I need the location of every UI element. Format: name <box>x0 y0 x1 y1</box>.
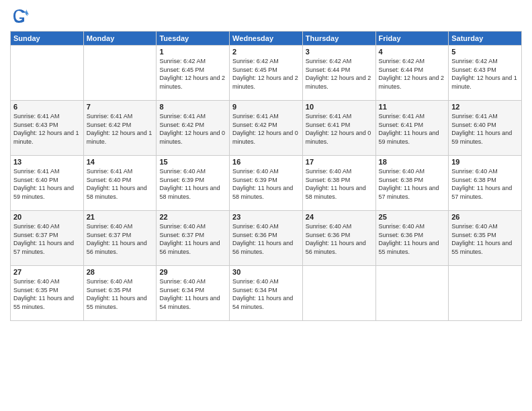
calendar-cell <box>83 46 157 101</box>
weekday-sunday: Sunday <box>11 32 84 46</box>
day-info: Sunrise: 6:41 AM Sunset: 6:40 PM Dayligh… <box>451 112 519 146</box>
calendar-cell: 11Sunrise: 6:41 AM Sunset: 6:41 PM Dayli… <box>375 101 449 156</box>
weekday-wednesday: Wednesday <box>230 32 303 46</box>
calendar-cell: 6Sunrise: 6:41 AM Sunset: 6:43 PM Daylig… <box>11 101 84 156</box>
day-number: 8 <box>159 103 226 111</box>
day-info: Sunrise: 6:42 AM Sunset: 6:44 PM Dayligh… <box>379 57 446 91</box>
day-number: 2 <box>232 48 300 56</box>
week-row-3: 13Sunrise: 6:41 AM Sunset: 6:40 PM Dayli… <box>11 156 522 211</box>
day-number: 6 <box>13 103 81 111</box>
day-number: 14 <box>87 158 154 166</box>
week-row-4: 20Sunrise: 6:40 AM Sunset: 6:37 PM Dayli… <box>11 211 522 266</box>
calendar-cell: 22Sunrise: 6:40 AM Sunset: 6:37 PM Dayli… <box>157 211 230 266</box>
day-info: Sunrise: 6:40 AM Sunset: 6:38 PM Dayligh… <box>451 167 519 201</box>
day-info: Sunrise: 6:40 AM Sunset: 6:35 PM Dayligh… <box>87 277 154 311</box>
calendar-cell: 9Sunrise: 6:41 AM Sunset: 6:42 PM Daylig… <box>230 101 303 156</box>
weekday-tuesday: Tuesday <box>157 32 230 46</box>
calendar-cell: 19Sunrise: 6:40 AM Sunset: 6:38 PM Dayli… <box>449 156 522 211</box>
day-number: 22 <box>159 213 226 221</box>
day-number: 18 <box>379 158 446 166</box>
calendar-cell <box>375 266 449 321</box>
calendar-cell: 2Sunrise: 6:42 AM Sunset: 6:45 PM Daylig… <box>230 46 303 101</box>
day-number: 13 <box>13 158 81 166</box>
day-number: 23 <box>232 213 300 221</box>
day-info: Sunrise: 6:40 AM Sunset: 6:38 PM Dayligh… <box>379 167 446 201</box>
calendar-cell: 23Sunrise: 6:40 AM Sunset: 6:36 PM Dayli… <box>230 211 303 266</box>
calendar-cell: 29Sunrise: 6:40 AM Sunset: 6:34 PM Dayli… <box>157 266 230 321</box>
day-info: Sunrise: 6:41 AM Sunset: 6:40 PM Dayligh… <box>87 167 154 201</box>
day-info: Sunrise: 6:40 AM Sunset: 6:36 PM Dayligh… <box>232 222 300 256</box>
day-number: 9 <box>232 103 300 111</box>
day-number: 20 <box>13 213 81 221</box>
week-row-5: 27Sunrise: 6:40 AM Sunset: 6:35 PM Dayli… <box>11 266 522 321</box>
day-info: Sunrise: 6:40 AM Sunset: 6:37 PM Dayligh… <box>87 222 154 256</box>
day-info: Sunrise: 6:42 AM Sunset: 6:45 PM Dayligh… <box>232 57 300 91</box>
week-row-1: 1Sunrise: 6:42 AM Sunset: 6:45 PM Daylig… <box>11 46 522 101</box>
day-info: Sunrise: 6:42 AM Sunset: 6:43 PM Dayligh… <box>451 57 519 91</box>
calendar-cell: 24Sunrise: 6:40 AM Sunset: 6:36 PM Dayli… <box>302 211 375 266</box>
calendar-cell: 4Sunrise: 6:42 AM Sunset: 6:44 PM Daylig… <box>375 46 449 101</box>
day-number: 24 <box>306 213 373 221</box>
calendar-cell <box>449 266 522 321</box>
day-info: Sunrise: 6:40 AM Sunset: 6:34 PM Dayligh… <box>159 277 226 311</box>
day-info: Sunrise: 6:41 AM Sunset: 6:40 PM Dayligh… <box>13 167 81 201</box>
day-info: Sunrise: 6:40 AM Sunset: 6:38 PM Dayligh… <box>306 167 373 201</box>
calendar-cell: 8Sunrise: 6:41 AM Sunset: 6:42 PM Daylig… <box>157 101 230 156</box>
day-info: Sunrise: 6:40 AM Sunset: 6:39 PM Dayligh… <box>232 167 300 201</box>
weekday-friday: Friday <box>375 32 449 46</box>
day-number: 29 <box>159 268 226 276</box>
calendar-cell: 28Sunrise: 6:40 AM Sunset: 6:35 PM Dayli… <box>83 266 157 321</box>
calendar-cell: 20Sunrise: 6:40 AM Sunset: 6:37 PM Dayli… <box>11 211 84 266</box>
day-info: Sunrise: 6:42 AM Sunset: 6:45 PM Dayligh… <box>159 57 226 91</box>
calendar-cell: 7Sunrise: 6:41 AM Sunset: 6:42 PM Daylig… <box>83 101 157 156</box>
day-info: Sunrise: 6:40 AM Sunset: 6:36 PM Dayligh… <box>379 222 446 256</box>
day-number: 10 <box>306 103 373 111</box>
calendar-cell: 18Sunrise: 6:40 AM Sunset: 6:38 PM Dayli… <box>375 156 449 211</box>
week-row-2: 6Sunrise: 6:41 AM Sunset: 6:43 PM Daylig… <box>11 101 522 156</box>
calendar-cell: 1Sunrise: 6:42 AM Sunset: 6:45 PM Daylig… <box>157 46 230 101</box>
day-number: 16 <box>232 158 300 166</box>
calendar-cell: 30Sunrise: 6:40 AM Sunset: 6:34 PM Dayli… <box>230 266 303 321</box>
weekday-header-row: SundayMondayTuesdayWednesdayThursdayFrid… <box>11 32 522 46</box>
day-info: Sunrise: 6:40 AM Sunset: 6:36 PM Dayligh… <box>306 222 373 256</box>
calendar-cell: 12Sunrise: 6:41 AM Sunset: 6:40 PM Dayli… <box>449 101 522 156</box>
calendar-cell: 16Sunrise: 6:40 AM Sunset: 6:39 PM Dayli… <box>230 156 303 211</box>
day-number: 7 <box>87 103 154 111</box>
day-number: 3 <box>306 48 373 56</box>
day-number: 15 <box>159 158 226 166</box>
calendar-cell: 13Sunrise: 6:41 AM Sunset: 6:40 PM Dayli… <box>11 156 84 211</box>
day-number: 19 <box>451 158 519 166</box>
day-info: Sunrise: 6:40 AM Sunset: 6:34 PM Dayligh… <box>232 277 300 311</box>
day-info: Sunrise: 6:41 AM Sunset: 6:43 PM Dayligh… <box>13 112 81 146</box>
day-info: Sunrise: 6:41 AM Sunset: 6:42 PM Dayligh… <box>87 112 154 146</box>
day-info: Sunrise: 6:41 AM Sunset: 6:42 PM Dayligh… <box>159 112 226 146</box>
day-number: 25 <box>379 213 446 221</box>
calendar: SundayMondayTuesdayWednesdayThursdayFrid… <box>10 31 522 321</box>
day-number: 28 <box>87 268 154 276</box>
calendar-cell: 15Sunrise: 6:40 AM Sunset: 6:39 PM Dayli… <box>157 156 230 211</box>
day-info: Sunrise: 6:42 AM Sunset: 6:44 PM Dayligh… <box>306 57 373 91</box>
calendar-cell: 27Sunrise: 6:40 AM Sunset: 6:35 PM Dayli… <box>11 266 84 321</box>
day-info: Sunrise: 6:40 AM Sunset: 6:39 PM Dayligh… <box>159 167 226 201</box>
weekday-thursday: Thursday <box>302 32 375 46</box>
day-number: 1 <box>159 48 226 56</box>
day-number: 30 <box>232 268 300 276</box>
calendar-cell: 17Sunrise: 6:40 AM Sunset: 6:38 PM Dayli… <box>302 156 375 211</box>
weekday-saturday: Saturday <box>449 32 522 46</box>
calendar-cell: 21Sunrise: 6:40 AM Sunset: 6:37 PM Dayli… <box>83 211 157 266</box>
day-number: 17 <box>306 158 373 166</box>
day-number: 4 <box>379 48 446 56</box>
calendar-cell: 14Sunrise: 6:41 AM Sunset: 6:40 PM Dayli… <box>83 156 157 211</box>
day-number: 5 <box>451 48 519 56</box>
day-info: Sunrise: 6:40 AM Sunset: 6:37 PM Dayligh… <box>159 222 226 256</box>
logo <box>10 7 30 26</box>
day-number: 26 <box>451 213 519 221</box>
day-number: 21 <box>87 213 154 221</box>
calendar-cell <box>11 46 84 101</box>
logo-icon <box>10 7 29 26</box>
day-info: Sunrise: 6:41 AM Sunset: 6:42 PM Dayligh… <box>232 112 300 146</box>
calendar-cell: 26Sunrise: 6:40 AM Sunset: 6:35 PM Dayli… <box>449 211 522 266</box>
day-info: Sunrise: 6:41 AM Sunset: 6:41 PM Dayligh… <box>379 112 446 146</box>
calendar-cell: 25Sunrise: 6:40 AM Sunset: 6:36 PM Dayli… <box>375 211 449 266</box>
page: SundayMondayTuesdayWednesdayThursdayFrid… <box>0 0 532 411</box>
